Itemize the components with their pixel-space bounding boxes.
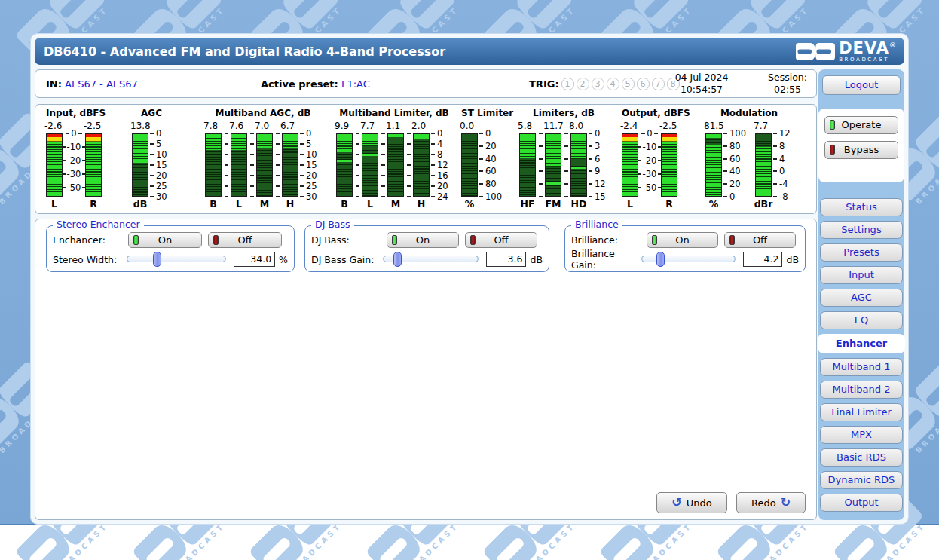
meter-row: 5.8HF11.7FM8.0HD03691215	[519, 121, 608, 210]
operate-button[interactable]: Operate	[824, 116, 898, 134]
tick-dash	[250, 196, 254, 197]
tick-dash	[150, 164, 154, 166]
dj-bass-off-button[interactable]: Off	[465, 232, 537, 248]
tick-dash	[479, 158, 483, 160]
tick-label: 15	[595, 191, 606, 202]
meter-tick-column	[404, 133, 413, 197]
tick-label: 6	[595, 154, 600, 164]
sidebar-item-basic-rds[interactable]: Basic RDS	[820, 448, 903, 467]
meter-scale: 051015202530	[148, 133, 171, 197]
sidebar-item-status[interactable]: Status	[820, 198, 903, 216]
sidebar-item-multiband-2[interactable]: Multiband 2	[820, 381, 903, 399]
dj-bass-on-button[interactable]: On	[387, 232, 459, 248]
bypass-button[interactable]: Bypass	[824, 141, 898, 159]
dj-bass-section: DJ Bass DJ Bass: On Off DJ Bass Gain:	[304, 225, 549, 272]
undo-button[interactable]: ↺ Undo	[656, 492, 727, 513]
tick	[273, 133, 282, 134]
scale-tick: -4	[772, 179, 793, 189]
sidebar-item-output[interactable]: Output	[820, 494, 903, 512]
datetime: 04 Jul 2024 10:54:57	[658, 70, 745, 97]
meter-bar	[413, 133, 430, 197]
trig-button-4[interactable]: 4	[607, 78, 619, 90]
brilliance-gain-label: Brilliance Gain:	[571, 248, 641, 271]
tick	[561, 158, 570, 160]
stereo-width-value[interactable]: 34.0	[234, 252, 275, 267]
tick	[353, 185, 362, 187]
tick	[247, 196, 256, 197]
slider-track[interactable]	[641, 256, 736, 262]
slider-track[interactable]	[127, 256, 226, 262]
slider-thumb[interactable]	[393, 252, 402, 267]
scale-tick: 0	[298, 128, 321, 139]
brilliance-off-button[interactable]: Off	[724, 232, 796, 248]
stereo-width-slider[interactable]	[127, 252, 226, 267]
tick-label: 16	[437, 170, 448, 181]
meter-tick-column	[353, 133, 362, 197]
sidebar-item-dynamic-rds[interactable]: Dynamic RDS	[820, 471, 903, 489]
meter-group-title: Output, dBFS	[622, 108, 690, 120]
tick-dash	[276, 133, 280, 134]
sidebar-item-input[interactable]: Input	[820, 266, 903, 284]
dj-bass-gain-slider[interactable]	[383, 252, 479, 267]
logout-button[interactable]: Logout	[822, 75, 901, 95]
deva-logo: DEVA® BROADCAST	[796, 41, 897, 63]
trig-button-2[interactable]: 2	[577, 78, 589, 90]
tick-dash	[564, 133, 568, 134]
scale-tick: 0	[148, 128, 171, 139]
session-value: 02:55	[774, 84, 801, 96]
enhancer-off-button[interactable]: Off	[208, 232, 282, 248]
sidebar-item-agc[interactable]: AGC	[820, 289, 903, 307]
meter-value: 7.0	[255, 121, 273, 133]
meter: 7.7dBr	[755, 121, 772, 210]
tick-dash	[539, 196, 543, 197]
sidebar-item-final-limiter[interactable]: Final Limiter	[820, 403, 903, 421]
spacer	[746, 121, 755, 210]
brilliance-gain-slider[interactable]	[641, 252, 736, 267]
meter-label: FM	[543, 198, 564, 210]
scale-tick: 0	[587, 128, 608, 139]
meter-segment-dark	[706, 138, 721, 145]
meter: 2.0H	[413, 121, 430, 210]
meter-tick-column	[378, 133, 387, 197]
sidebar-item-presets[interactable]: Presets	[820, 243, 903, 262]
tick-dash	[723, 183, 727, 185]
meter-bar	[622, 133, 638, 197]
tick-dash	[356, 154, 359, 155]
sidebar-item-eq[interactable]: EQ	[820, 311, 903, 329]
meter-segment-green	[706, 145, 721, 196]
green-led-icon	[652, 235, 657, 245]
brilliance-on-button[interactable]: On	[647, 232, 718, 248]
slider-thumb[interactable]	[656, 252, 665, 267]
meter-bar	[46, 133, 63, 197]
brilliance-gain-value[interactable]: 4.2	[743, 252, 783, 267]
sidebar-item-settings[interactable]: Settings	[820, 221, 903, 239]
dj-bass-gain-value[interactable]: 3.6	[486, 252, 526, 267]
sidebar-item-multiband-1[interactable]: Multiband 1	[820, 358, 903, 376]
tick-dash	[407, 185, 411, 187]
trig-button-3[interactable]: 3	[592, 78, 604, 90]
tick-dash	[773, 183, 777, 185]
redo-button[interactable]: Redo ↻	[736, 492, 806, 513]
trig-button-1[interactable]: 1	[561, 78, 574, 90]
trig-button-6[interactable]: 6	[637, 78, 650, 90]
dj-bass-gain-unit: dB	[530, 254, 543, 265]
tick-dash	[479, 170, 483, 172]
tick-dash	[62, 173, 66, 175]
enhancer-on-button[interactable]: On	[128, 232, 202, 248]
scale-tick: 12	[587, 179, 608, 189]
trig-button-5[interactable]: 5	[622, 78, 635, 90]
tick-dash	[225, 175, 228, 176]
tick-dash	[407, 175, 411, 176]
sidebar-item-mpx[interactable]: MPX	[820, 426, 903, 444]
sidebar-item-enhancer[interactable]: Enhancer	[818, 334, 905, 353]
tick-dash	[381, 175, 385, 176]
slider-thumb[interactable]	[153, 252, 161, 267]
tick-dash	[589, 133, 592, 134]
meter-value: 81.5	[704, 121, 722, 133]
red-led-icon	[470, 235, 476, 245]
meter: 8.0HD	[570, 121, 587, 210]
meter-bar	[85, 133, 102, 197]
tick	[561, 145, 570, 147]
meter-row: -2.6L0-10-20-30-50-2.5R	[46, 121, 106, 210]
tick-dash	[564, 183, 568, 185]
